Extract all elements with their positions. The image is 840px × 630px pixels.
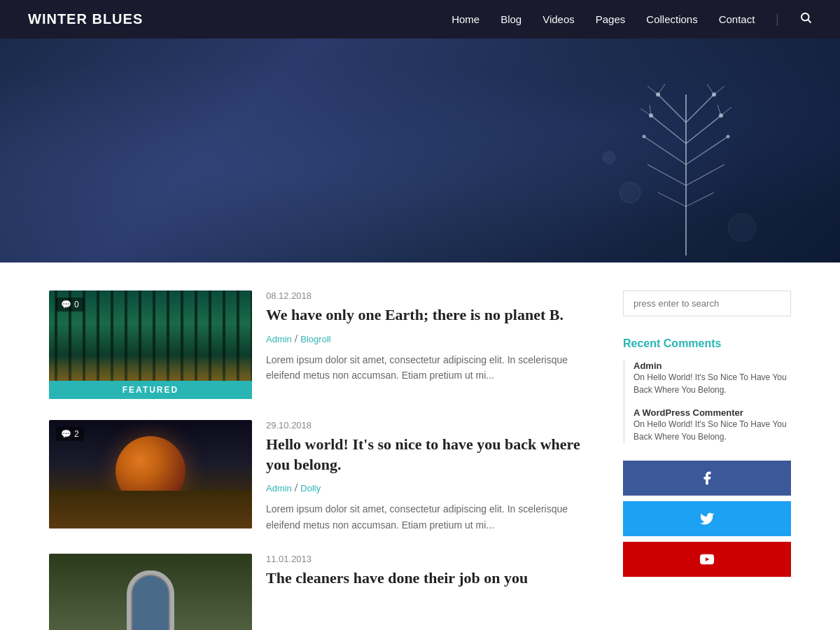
svg-line-12	[686, 192, 714, 206]
post-title-link-3[interactable]: The cleaners have done their job on you	[266, 569, 528, 587]
svg-line-5	[651, 115, 686, 144]
search-icon	[799, 11, 812, 24]
post-item-3: 11.01.2013 The cleaners have done their …	[49, 554, 595, 630]
comment-count-1: 0	[74, 300, 79, 309]
comment-author-1: Admin	[634, 360, 791, 371]
comment-text-1: On Hello World! It's So Nice To Have You…	[634, 371, 791, 396]
svg-line-7	[644, 136, 686, 164]
svg-line-8	[686, 136, 728, 164]
post-title-1[interactable]: We have only one Earth; there is no plan…	[266, 305, 595, 326]
post-author-1[interactable]: Admin	[266, 334, 292, 344]
sidebar: Recent Comments Admin On Hello World! It…	[623, 290, 791, 630]
comment-badge-1: 💬 0	[56, 298, 84, 312]
youtube-icon	[699, 552, 715, 567]
post-title-link-1[interactable]: We have only one Earth; there is no plan…	[266, 306, 564, 323]
site-header: WINTER BLUES Home Blog Videos Pages Coll…	[0, 0, 840, 38]
post-item-2: 💬 2 29.10.2018 Hello world! It's so nice…	[49, 420, 595, 533]
post-meta-1: Admin / Blogroll	[266, 332, 595, 345]
post-thumbnail-3	[49, 554, 252, 630]
post-item: 💬 0 FEATURED 08.12.2018 We have only one…	[49, 290, 595, 399]
post-thumbnail-2: 💬 2	[49, 420, 252, 528]
posts-section: 💬 0 FEATURED 08.12.2018 We have only one…	[49, 290, 595, 630]
svg-line-23	[640, 108, 651, 115]
svg-line-21	[707, 84, 714, 94]
nav-collections[interactable]: Collections	[646, 13, 697, 25]
post-title-link-2[interactable]: Hello world! It's so nice to have you ba…	[266, 435, 580, 473]
comment-count-2: 2	[74, 429, 79, 439]
twitter-icon	[699, 511, 715, 526]
nav-blog[interactable]: Blog	[500, 13, 522, 25]
hero-decoration	[588, 52, 784, 262]
youtube-button[interactable]	[623, 542, 791, 577]
site-title: WINTER BLUES	[28, 11, 143, 27]
svg-point-18	[727, 135, 730, 139]
comment-badge-2: 💬 2	[56, 427, 84, 441]
post-date-3: 11.01.2013	[266, 554, 595, 564]
svg-line-26	[721, 107, 732, 115]
nav-pages[interactable]: Pages	[596, 13, 626, 25]
nav-divider: |	[776, 12, 778, 27]
svg-line-4	[686, 94, 714, 122]
svg-point-27	[620, 182, 640, 203]
recent-comments-title: Recent Comments	[623, 337, 791, 350]
comment-author-2: A WordPress Commenter	[634, 407, 791, 418]
comments-widget: Admin On Hello World! It's So Nice To Ha…	[623, 360, 791, 443]
nav-videos[interactable]: Videos	[542, 13, 575, 25]
main-nav: Home Blog Videos Pages Collections Conta…	[451, 11, 812, 27]
post-category-1[interactable]: Blogroll	[300, 334, 330, 344]
svg-line-25	[718, 105, 721, 115]
hero-banner	[0, 38, 840, 262]
svg-line-19	[648, 86, 658, 94]
post-date-2: 29.10.2018	[266, 420, 595, 430]
facebook-icon	[699, 470, 715, 486]
twitter-button[interactable]	[623, 501, 791, 536]
svg-point-29	[602, 150, 616, 164]
svg-line-3	[658, 94, 686, 122]
post-title-2[interactable]: Hello world! It's so nice to have you ba…	[266, 435, 595, 475]
svg-line-6	[686, 115, 721, 144]
comment-icon: 💬	[61, 300, 71, 309]
post-title-3[interactable]: The cleaners have done their job on you	[266, 568, 595, 589]
svg-line-9	[648, 164, 686, 186]
post-author-2[interactable]: Admin	[266, 483, 292, 493]
svg-line-20	[658, 84, 665, 94]
post-meta-2: Admin / Dolly	[266, 482, 595, 494]
featured-badge: FEATURED	[49, 381, 252, 399]
nav-contact[interactable]: Contact	[719, 13, 755, 25]
svg-line-1	[808, 20, 811, 22]
comment-text-2: On Hello World! It's So Nice To Have You…	[634, 418, 791, 443]
post-content-2: 29.10.2018 Hello world! It's so nice to …	[266, 420, 595, 533]
post-content-3: 11.01.2013 The cleaners have done their …	[266, 554, 595, 596]
svg-line-10	[686, 164, 724, 186]
post-thumbnail-1: 💬 0 FEATURED	[49, 290, 252, 399]
nav-home[interactable]: Home	[451, 13, 479, 25]
post-date-1: 08.12.2018	[266, 290, 595, 301]
post-excerpt-1: Lorem ipsum dolor sit amet, consectetur …	[266, 352, 595, 384]
svg-line-11	[658, 192, 686, 206]
svg-point-28	[728, 214, 756, 241]
post-excerpt-2: Lorem ipsum dolor sit amet, consectetur …	[266, 501, 595, 533]
search-toggle-button[interactable]	[799, 11, 812, 27]
comment-entry-1: Admin On Hello World! It's So Nice To Ha…	[634, 360, 791, 396]
comment-icon-2: 💬	[61, 429, 71, 439]
facebook-button[interactable]	[623, 461, 791, 496]
search-input[interactable]	[623, 290, 791, 316]
planet-ground	[49, 491, 252, 528]
svg-line-22	[714, 86, 724, 94]
svg-point-17	[643, 135, 646, 139]
svg-point-0	[802, 13, 809, 21]
main-container: 💬 0 FEATURED 08.12.2018 We have only one…	[35, 262, 805, 630]
post-content-1: 08.12.2018 We have only one Earth; there…	[266, 290, 595, 383]
post-category-2[interactable]: Dolly	[300, 483, 321, 493]
comment-entry-2: A WordPress Commenter On Hello World! It…	[634, 407, 791, 443]
door-arch	[130, 573, 172, 630]
door-thumbnail	[49, 554, 252, 630]
